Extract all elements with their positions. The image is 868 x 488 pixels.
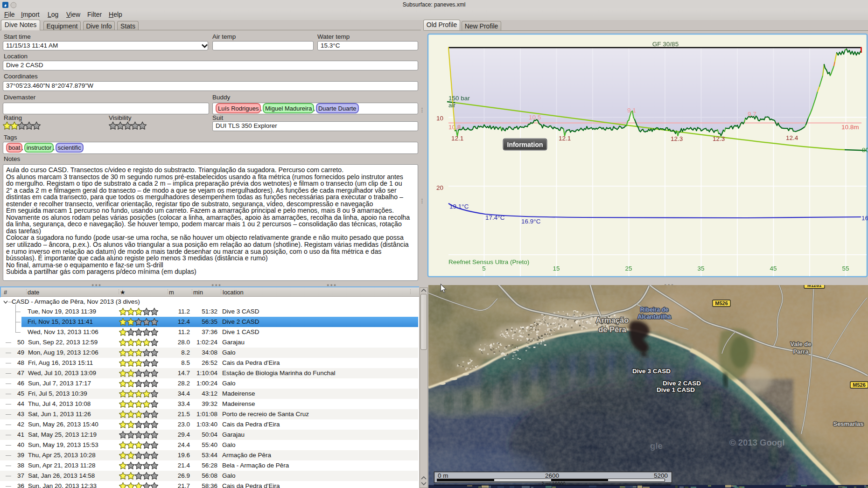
svg-text:20: 20 — [436, 184, 443, 191]
svg-text:12.1: 12.1 — [559, 135, 571, 142]
svg-text:9.1: 9.1 — [627, 107, 636, 114]
svg-text:12.1: 12.1 — [451, 135, 463, 142]
svg-text:de Pêra: de Pêra — [598, 325, 626, 334]
svg-text:10: 10 — [436, 115, 443, 122]
svg-text:M526: M526 — [853, 382, 866, 388]
svg-text:80: 80 — [862, 146, 868, 153]
svg-text:35: 35 — [697, 265, 704, 272]
svg-text:17.4°C: 17.4°C — [485, 214, 505, 221]
svg-text:Reefnet Sensus Ultra (Preto): Reefnet Sensus Ultra (Preto) — [448, 258, 529, 265]
svg-text:5: 5 — [482, 265, 486, 272]
svg-text:150 bar: 150 bar — [448, 95, 470, 102]
svg-text:16.9°C: 16.9°C — [521, 218, 541, 225]
svg-text:© 2013 Googl: © 2013 Googl — [729, 438, 785, 447]
svg-text:12.4: 12.4 — [786, 134, 798, 141]
svg-text:45: 45 — [770, 265, 777, 272]
svg-text:Information: Information — [507, 141, 543, 148]
svg-text:0 m: 0 m — [438, 472, 448, 479]
svg-text:9.7: 9.7 — [748, 111, 756, 118]
svg-text:Alcantarilha: Alcantarilha — [637, 314, 672, 320]
svg-text:19.1°C: 19.1°C — [449, 203, 469, 210]
svg-text:15: 15 — [553, 265, 560, 272]
svg-text:Dive 1 CASD: Dive 1 CASD — [657, 386, 695, 393]
svg-text:16: 16 — [861, 215, 868, 222]
svg-text:10.8m: 10.8m — [841, 124, 859, 131]
svg-text:Dive 2 CASD: Dive 2 CASD — [663, 380, 701, 387]
svg-text:Sesmarias: Sesmarias — [833, 420, 863, 427]
svg-text:10.5: 10.5 — [529, 114, 541, 121]
svg-text:Parra: Parra — [793, 348, 809, 355]
svg-text:25: 25 — [625, 265, 632, 272]
svg-text:gle: gle — [650, 441, 663, 451]
svg-text:12.3: 12.3 — [671, 135, 683, 142]
svg-text:air: air — [448, 102, 456, 109]
svg-text:12.3: 12.3 — [713, 135, 725, 142]
svg-text:Ribeira de: Ribeira de — [640, 307, 668, 313]
svg-text:Armação: Armação — [596, 316, 629, 324]
svg-text:5200: 5200 — [654, 472, 668, 479]
svg-text:2600: 2600 — [545, 472, 559, 479]
svg-text:GF 30/85: GF 30/85 — [652, 41, 679, 48]
svg-text:M1281: M1281 — [807, 285, 822, 288]
svg-text:M526: M526 — [715, 300, 728, 306]
svg-text:55: 55 — [842, 265, 849, 272]
svg-text:Vale de: Vale de — [791, 341, 812, 348]
svg-text:Dive 3 CASD: Dive 3 CASD — [632, 368, 671, 375]
